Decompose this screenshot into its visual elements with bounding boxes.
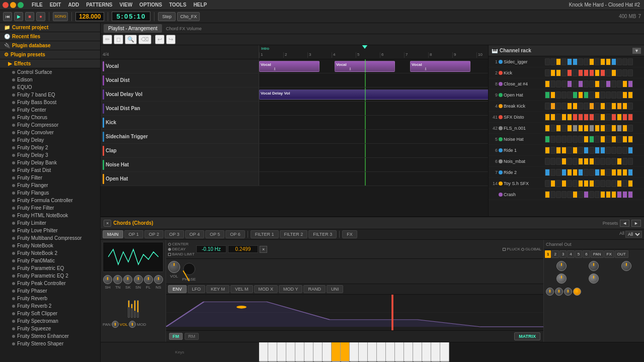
track-label-5[interactable]: Kick [101,116,259,129]
pad-cell[interactable] [573,80,578,87]
effects-item[interactable]: Fruity Convolver [0,129,100,136]
orange-b-knob[interactable] [573,288,581,296]
piano-key-white[interactable] [313,342,323,362]
track-label-1[interactable]: Vocal [101,59,259,73]
pad-cell[interactable] [617,80,622,87]
pad-cell[interactable] [556,125,561,132]
track-content[interactable] [259,102,488,115]
channel-row[interactable]: 9Open Hat [489,89,644,101]
menu-item-tools[interactable]: TOOLS [166,2,189,8]
pad-cell[interactable] [561,125,567,132]
pad-cell[interactable] [611,114,616,121]
menu-item-file[interactable]: FILE [29,2,46,8]
pad-cell[interactable] [606,147,611,154]
toolbar-pencil[interactable]: ✏ [103,35,112,44]
pad-cell[interactable] [561,169,567,176]
pad-cell[interactable] [584,169,589,176]
song-pattern-toggle[interactable]: SONG [53,12,68,21]
pad-cell[interactable] [611,191,616,198]
pad-cell[interactable] [556,136,561,143]
piano-key-white[interactable] [332,342,341,362]
pan-b-knob[interactable] [546,288,554,296]
track-label-6[interactable]: Sidechain Trigger [101,130,259,143]
effects-item[interactable]: Fruity Filter [0,174,100,182]
pad-cell[interactable] [611,80,616,87]
piano-key-white[interactable] [341,342,350,362]
pad-cell[interactable] [595,58,600,65]
pad-cell[interactable] [622,92,627,99]
piano-key-white[interactable] [277,342,286,362]
effects-item[interactable]: Fruity Delay 2 [0,144,100,151]
pad-cell[interactable] [600,180,605,187]
sn-knob[interactable] [134,275,143,284]
pad-cell[interactable] [545,80,550,87]
pad-cell[interactable] [584,191,589,198]
effects-item[interactable]: Fruity Phaser [0,287,100,295]
pad-cell[interactable] [617,147,622,154]
vol-b-knob[interactable] [555,288,563,296]
effects-item[interactable]: Edison [0,76,100,83]
pad-cell[interactable] [595,191,600,198]
effects-item[interactable]: Fruity Formula Controller [0,197,100,204]
pad-cell[interactable] [550,92,555,99]
menu-item-edit[interactable]: EDIT [47,2,64,8]
piano-key-white[interactable] [304,342,313,362]
pad-cell[interactable] [545,136,550,143]
pad-cell[interactable] [550,80,555,87]
pad-cell[interactable] [561,114,567,121]
effects-item[interactable]: Fruity NoteBook [0,242,100,249]
sidebar-recent-files[interactable]: 🕐 Recent files [0,32,100,41]
effects-item[interactable]: Fruity Delay 3 [0,151,100,159]
pad-cell[interactable] [578,136,583,143]
pad-cell[interactable] [600,114,605,121]
track-content[interactable]: Noi...Noi...Noi...Noi...Noi...Noi...Noi.… [259,158,488,171]
pad-cell[interactable] [622,114,627,121]
pad-cell[interactable] [622,125,627,132]
pad-cell[interactable] [611,92,616,99]
pad-cell[interactable] [567,92,572,99]
pad-cell[interactable] [617,125,622,132]
track-content[interactable]: KickKickKickKickKickKickKickKickKickKick… [259,116,488,129]
pad-cell[interactable] [589,180,594,187]
pad-cell[interactable] [606,103,611,110]
tab-op1[interactable]: OP 1 [124,230,143,238]
pad-cell[interactable] [556,147,561,154]
pad-cell[interactable] [561,80,567,87]
pad-cell[interactable] [556,191,561,198]
sidebar-plugin-database[interactable]: 🔌 Plugin database [0,41,100,50]
pad-cell[interactable] [617,58,622,65]
effects-item[interactable]: Fruity 7 band EQ [0,91,100,99]
bpm-display[interactable]: 128.000 [75,12,104,21]
pad-cell[interactable] [589,125,594,132]
pad-cell[interactable] [589,69,594,76]
vol-main-knob[interactable] [168,261,180,273]
pad-cell[interactable] [545,58,550,65]
pad-cell[interactable] [567,69,572,76]
close-ratio-btn[interactable]: × [260,246,267,253]
channel-out-select[interactable]: All [625,231,642,238]
ch-out-pan[interactable]: PAN [591,250,604,258]
ch-out-2[interactable]: 2 [551,250,558,258]
effects-item[interactable]: Fruity Love Philter [0,227,100,234]
pad-cell[interactable] [584,114,589,121]
effects-item[interactable]: Control Surface [0,68,100,76]
pad-cell[interactable] [550,147,555,154]
piano-key-white[interactable] [259,342,268,362]
record-button[interactable]: ● [36,12,45,21]
pad-cell[interactable] [606,158,611,165]
pad-cell[interactable] [589,92,594,99]
pad-cell[interactable] [600,136,605,143]
track-label-8[interactable]: Noise Hat [101,158,259,171]
pad-cell[interactable] [589,80,594,87]
pad-cell[interactable] [545,180,550,187]
pad-cell[interactable] [600,169,605,176]
pad-cell[interactable] [628,58,633,65]
pad-cell[interactable] [584,136,589,143]
synth-preset-prev[interactable]: ◄ [620,220,629,227]
mode-selector[interactable]: Step [158,12,176,21]
pad-cell[interactable] [567,169,572,176]
pad-cell[interactable] [595,136,600,143]
pad-cell[interactable] [628,191,633,198]
piano-key-white[interactable] [268,342,277,362]
pad-cell[interactable] [545,169,550,176]
